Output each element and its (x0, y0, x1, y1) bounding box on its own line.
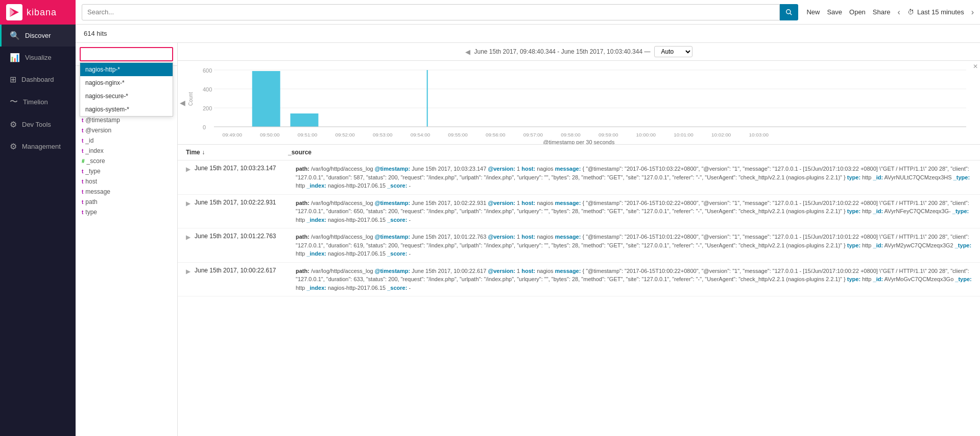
field-name-timestamp: @timestamp (85, 117, 120, 124)
svg-text:09:58:00: 09:58:00 (561, 132, 580, 137)
save-button[interactable]: Save (827, 8, 842, 16)
field-name-host: host (85, 178, 97, 185)
top-bar: New Save Open Share ‹ ⏱ Last 15 minutes … (76, 0, 980, 25)
field-type-icon-message: t (82, 189, 83, 195)
share-button[interactable]: Share (873, 8, 891, 16)
left-panel: nagios-http-* nagios-nginx-* nagios-secu… (76, 43, 178, 436)
sidebar-item-visualize[interactable]: 📊 Visualize (0, 47, 76, 68)
index-option-nagios-secure[interactable]: nagios-secure-* (80, 89, 173, 103)
visualize-icon: 📊 (10, 53, 20, 62)
sidebar-item-discover[interactable]: 🔍 Discover (0, 25, 76, 47)
field-type-icon-type-row: t (82, 210, 83, 215)
svg-text:09:51:00: 09:51:00 (298, 132, 317, 137)
search-button[interactable] (780, 4, 798, 20)
dashboard-icon: ⊞ (10, 75, 16, 84)
sidebar-item-label-devtools: Dev Tools (22, 121, 51, 128)
expand-arrow-2[interactable]: ▶ (186, 200, 190, 207)
index-pattern-dropdown: nagios-http-* nagios-nginx-* nagios-secu… (80, 62, 173, 117)
sidebar-item-management[interactable]: ⚙ Management (0, 135, 76, 157)
expand-arrow-4[interactable]: ▶ (186, 268, 190, 275)
field-message[interactable]: t message (80, 187, 173, 197)
index-option-nagios-nginx[interactable]: nagios-nginx-* (80, 76, 173, 89)
sidebar-item-dashboard[interactable]: ⊞ Dashboard (0, 68, 76, 90)
interval-select[interactable]: Auto (654, 46, 692, 57)
field-type-icon-host: t (82, 179, 83, 185)
field-host[interactable]: t host (80, 176, 173, 187)
sidebar-item-devtools[interactable]: ⚙ Dev Tools (0, 113, 76, 135)
chart-collapse-button[interactable]: ✕ (973, 63, 978, 70)
field-id[interactable]: t _id (80, 135, 173, 146)
devtools-icon: ⚙ (10, 120, 17, 129)
field-index[interactable]: t _index (80, 146, 173, 156)
field-type-icon-timestamp: t (82, 118, 83, 123)
right-panel: ◀ June 15th 2017, 09:48:40.344 - June 15… (178, 43, 980, 436)
expand-arrow-3[interactable]: ▶ (186, 234, 190, 241)
col-time-header: Time ↓ (186, 149, 288, 156)
result-source-4: path: /var/log/httpd/access_log @timesta… (296, 267, 972, 292)
chart-expand-button[interactable]: ◀ (180, 99, 185, 107)
svg-text:10:02:00: 10:02:00 (711, 132, 731, 137)
table-row: ▶ June 15th 2017, 10:01:22.763 path: /va… (178, 228, 980, 263)
svg-text:10:03:00: 10:03:00 (749, 132, 769, 137)
field-type-icon-id: t (82, 138, 83, 144)
clock-icon: ⏱ (907, 8, 914, 16)
sidebar-item-label-discover: Discover (25, 32, 51, 39)
field-type-row[interactable]: t type (80, 207, 173, 217)
svg-text:10:00:00: 10:00:00 (636, 132, 656, 137)
field-path[interactable]: t path (80, 197, 173, 207)
time-filter-expand-btn[interactable]: ◀ (465, 48, 470, 56)
result-source-1: path: /var/log/httpd/access_log @timesta… (296, 165, 972, 190)
open-button[interactable]: Open (849, 8, 866, 16)
field-name-path: path (85, 198, 97, 205)
time-range-label: Last 15 minutes (917, 8, 964, 16)
results-area: Time ↓ _source ▶ June 15th 2017, 10:03:2… (178, 145, 980, 436)
result-time-4: June 15th 2017, 10:00:22.617 (195, 267, 292, 274)
svg-text:10:01:00: 10:01:00 (674, 132, 693, 137)
top-actions: New Save Open Share ‹ ⏱ Last 15 minutes … (806, 8, 974, 17)
time-filter-range: June 15th 2017, 09:48:40.344 - June 15th… (474, 48, 651, 55)
management-icon: ⚙ (10, 142, 17, 151)
back-arrow-button[interactable]: ‹ (898, 8, 900, 17)
index-pattern-section: nagios-http-* nagios-nginx-* nagios-secu… (76, 43, 177, 66)
discover-icon: 🔍 (10, 31, 20, 40)
index-option-nagios-system[interactable]: nagios-system-* (80, 103, 173, 116)
table-row: ▶ June 15th 2017, 10:02:22.931 path: /va… (178, 195, 980, 229)
sidebar-item-label-management: Management (22, 143, 61, 150)
field-type[interactable]: t _type (80, 166, 173, 176)
time-range-display: ⏱ Last 15 minutes (907, 8, 964, 16)
result-time-3: June 15th 2017, 10:01:22.763 (195, 233, 292, 240)
svg-rect-13 (252, 71, 280, 127)
search-input[interactable] (82, 4, 780, 20)
expand-arrow-1[interactable]: ▶ (186, 166, 190, 173)
sidebar-item-label-visualize: Visualize (25, 54, 52, 61)
svg-text:09:57:00: 09:57:00 (523, 132, 543, 137)
field-name-version: @version (85, 127, 111, 134)
sidebar-item-timelion[interactable]: 〜 Timelion (0, 90, 76, 113)
svg-point-2 (786, 9, 791, 13)
field-score[interactable]: # _score (80, 156, 173, 166)
field-name-score: _score (87, 157, 105, 165)
new-button[interactable]: New (806, 8, 820, 16)
result-source-3: path: /var/log/httpd/access_log @timesta… (296, 233, 972, 258)
svg-text:@timestamp per 30 seconds: @timestamp per 30 seconds (543, 139, 615, 144)
forward-arrow-button[interactable]: › (971, 8, 974, 17)
field-type-icon-path: t (82, 199, 83, 205)
field-timestamp[interactable]: t @timestamp (80, 115, 173, 125)
field-version[interactable]: t @version (80, 125, 173, 135)
svg-line-3 (790, 13, 792, 15)
index-option-nagios-http[interactable]: nagios-http-* (80, 63, 173, 76)
field-name-index: _index (85, 147, 103, 154)
hits-bar: 614 hits (76, 25, 980, 43)
svg-text:0: 0 (203, 124, 206, 130)
kibana-logo-text: kibana (27, 7, 57, 18)
discover-layout: nagios-http-* nagios-nginx-* nagios-secu… (76, 43, 980, 436)
time-filter-bar: ◀ June 15th 2017, 09:48:40.344 - June 15… (178, 43, 980, 61)
svg-rect-14 (290, 113, 318, 127)
chart-area: ◀ ✕ 600 400 200 0 Count (178, 61, 980, 145)
field-name-type-row: type (85, 209, 97, 216)
svg-text:400: 400 (203, 86, 212, 92)
field-type-icon-score: # (82, 158, 85, 164)
result-source-2: path: /var/log/httpd/access_log @timesta… (296, 199, 972, 224)
svg-text:09:55:00: 09:55:00 (448, 132, 467, 137)
index-pattern-input[interactable] (80, 47, 173, 61)
